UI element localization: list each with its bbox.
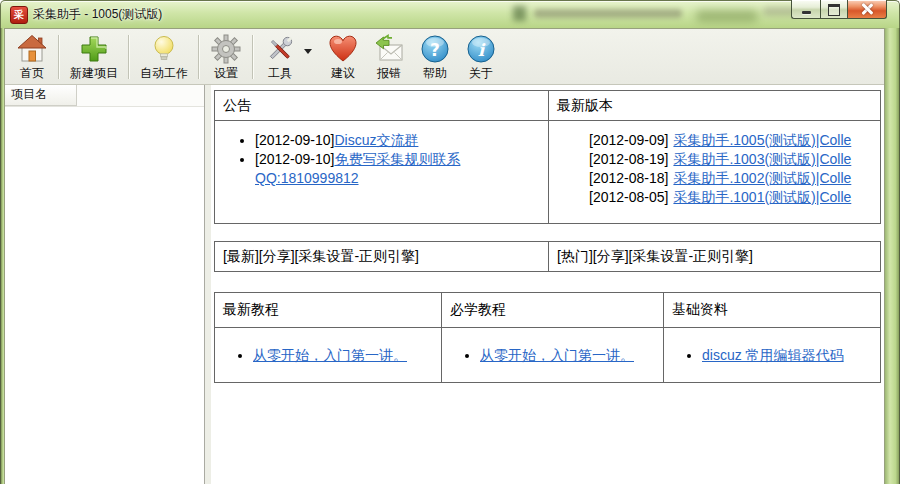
version-link[interactable]: 采集助手.1005(测试版)|Colle <box>673 132 851 148</box>
tutorials-cell: 从零开始，入门第一讲。 <box>442 328 664 383</box>
toolbar-button-about[interactable]: i 关于 <box>458 31 504 84</box>
app-logo-icon: 采 <box>10 6 28 24</box>
versions-list: [2012-09-09]采集助手.1005(测试版)|Colle [2012-0… <box>549 131 876 207</box>
lightbulb-icon <box>148 33 180 65</box>
share-table: [最新][分享][采集设置-正则引擎] [热门][分享][采集设置-正则引擎] <box>214 241 881 272</box>
titlebar[interactable]: 采 采集助手 - 1005(测试版) <box>0 0 900 28</box>
version-link[interactable]: 采集助手.1001(测试版)|Colle <box>673 189 851 205</box>
question-circle-icon: ? <box>419 33 451 65</box>
tools-dropdown-button[interactable] <box>303 31 320 84</box>
tutorials-cell: discuz 常用编辑器代码 <box>664 328 881 383</box>
minimize-icon <box>802 11 811 14</box>
item-date: [2012-09-10] <box>255 132 334 148</box>
project-list-panel: 项目名 <box>5 85 205 484</box>
toolbar-label: 报错 <box>377 65 401 82</box>
toolbar: 首页 新建项目 <box>5 29 884 85</box>
toolbar-label: 自动工作 <box>140 65 188 82</box>
versions-cell: [2012-09-09]采集助手.1005(测试版)|Colle [2012-0… <box>549 121 881 224</box>
tutorial-list: discuz 常用编辑器代码 <box>664 346 880 365</box>
maximize-button[interactable] <box>820 0 847 19</box>
gear-icon <box>210 33 242 65</box>
background-blur-artifact <box>696 10 758 22</box>
envelope-arrows-icon <box>373 33 405 65</box>
toolbar-label: 帮助 <box>423 65 447 82</box>
info-circle-icon: i <box>465 33 497 65</box>
content-area: 项目名 公告 最新版本 [2012-09-10]Disc <box>5 85 884 484</box>
item-date: [2012-09-10] <box>255 151 334 167</box>
client-area: 首页 新建项目 <box>4 28 885 484</box>
toolbar-button-suggest[interactable]: 建议 <box>320 31 366 84</box>
toolbar-separator <box>128 35 130 79</box>
toolbar-label: 首页 <box>20 65 44 82</box>
tutorials-header-latest: 最新教程 <box>215 293 442 328</box>
item-date: [2012-08-19] <box>589 151 668 167</box>
tutorial-list: 从零开始，入门第一讲。 <box>442 346 663 365</box>
item-date: [2012-09-09] <box>589 132 668 148</box>
close-button[interactable] <box>847 0 887 19</box>
list-item: [2012-09-09]采集助手.1005(测试版)|Colle <box>589 131 876 150</box>
tutorial-link[interactable]: 从零开始，入门第一讲。 <box>480 347 634 363</box>
toolbar-button-report[interactable]: 报错 <box>366 31 412 84</box>
announcements-list: [2012-09-10]Discuz交流群 [2012-09-10]免费写采集规… <box>215 131 544 188</box>
item-date: [2012-08-18] <box>589 170 668 186</box>
house-icon <box>16 33 48 65</box>
share-cell-hot: [热门][分享][采集设置-正则引擎] <box>549 242 881 272</box>
main-browser: 公告 最新版本 [2012-09-10]Discuz交流群 [2012-09-1… <box>211 85 884 484</box>
toolbar-separator <box>58 35 60 79</box>
background-blur-artifact <box>534 9 682 18</box>
versions-header: 最新版本 <box>549 91 881 121</box>
announcement-link[interactable]: Discuz交流群 <box>334 132 418 148</box>
minimize-button[interactable] <box>791 0 820 19</box>
list-item: 从零开始，入门第一讲。 <box>480 346 663 365</box>
maximize-icon <box>828 4 840 16</box>
window-title: 采集助手 - 1005(测试版) <box>33 6 162 23</box>
tutorial-list: 从零开始，入门第一讲。 <box>215 346 441 365</box>
app-window: 采 采集助手 - 1005(测试版) 首页 <box>0 0 900 484</box>
tutorials-table: 最新教程 必学教程 基础资料 从零开始，入门第一讲。 从零开始，入门第一讲。 d… <box>214 292 881 383</box>
list-item: [2012-08-18]采集助手.1002(测试版)|Colle <box>589 169 876 188</box>
announcements-cell: [2012-09-10]Discuz交流群 [2012-09-10]免费写采集规… <box>215 121 549 224</box>
green-plus-icon <box>78 33 110 65</box>
tutorials-header-must-learn: 必学教程 <box>442 293 664 328</box>
list-item: [2012-09-10]Discuz交流群 <box>255 131 544 150</box>
tutorials-header-basics: 基础资料 <box>664 293 881 328</box>
toolbar-button-help[interactable]: ? 帮助 <box>412 31 458 84</box>
close-icon <box>861 3 873 15</box>
announcements-header: 公告 <box>215 91 549 121</box>
tutorial-link[interactable]: discuz 常用编辑器代码 <box>702 347 844 363</box>
toolbar-label: 关于 <box>469 65 493 82</box>
window-frame-right <box>885 28 900 484</box>
version-link[interactable]: 采集助手.1003(测试版)|Colle <box>673 151 851 167</box>
column-header-project-name[interactable]: 项目名 <box>5 85 77 106</box>
toolbar-button-tools[interactable]: 工具 <box>257 31 303 84</box>
chevron-down-icon <box>304 49 312 54</box>
share-cell-latest: [最新][分享][采集设置-正则引擎] <box>215 242 549 272</box>
news-table: 公告 最新版本 [2012-09-10]Discuz交流群 [2012-09-1… <box>214 90 881 224</box>
list-item: [2012-08-05]采集助手.1001(测试版)|Colle <box>589 188 876 207</box>
list-item: 从零开始，入门第一讲。 <box>253 346 441 365</box>
heart-icon <box>327 33 359 65</box>
toolbar-separator <box>252 35 254 79</box>
svg-text:?: ? <box>430 40 440 60</box>
toolbar-button-home[interactable]: 首页 <box>9 31 55 84</box>
version-link[interactable]: 采集助手.1002(测试版)|Colle <box>673 170 851 186</box>
toolbar-button-settings[interactable]: 设置 <box>203 31 249 84</box>
list-header-row: 项目名 <box>5 85 204 107</box>
toolbar-separator <box>198 35 200 79</box>
list-item: discuz 常用编辑器代码 <box>702 346 880 365</box>
project-list[interactable] <box>5 107 204 484</box>
caption-buttons <box>791 0 887 19</box>
item-date: [2012-08-05] <box>589 189 668 205</box>
list-item: [2012-08-19]采集助手.1003(测试版)|Colle <box>589 150 876 169</box>
toolbar-button-auto-work[interactable]: 自动工作 <box>133 31 195 84</box>
tutorial-link[interactable]: 从零开始，入门第一讲。 <box>253 347 407 363</box>
toolbar-label: 工具 <box>268 65 292 82</box>
background-blur-artifact <box>513 6 526 21</box>
toolbar-label: 新建项目 <box>70 65 118 82</box>
list-item: [2012-09-10]免费写采集规则联系QQ:1810999812 <box>255 150 544 188</box>
toolbar-label: 建议 <box>331 65 355 82</box>
tutorials-cell: 从零开始，入门第一讲。 <box>215 328 442 383</box>
toolbar-button-new-project[interactable]: 新建项目 <box>63 31 125 84</box>
toolbar-label: 设置 <box>214 65 238 82</box>
hammer-wrench-icon <box>264 33 296 65</box>
